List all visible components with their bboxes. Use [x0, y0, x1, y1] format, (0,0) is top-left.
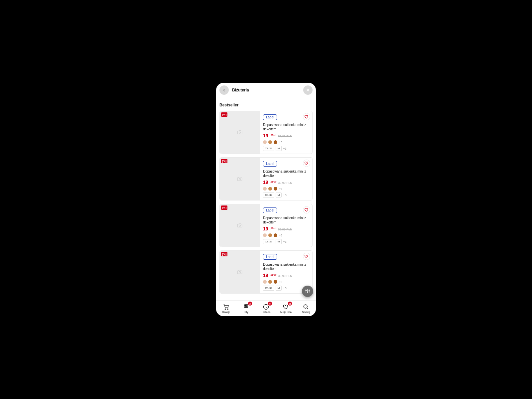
product-image[interactable]: [%]	[220, 251, 260, 293]
product-image[interactable]: [%]	[220, 204, 260, 247]
color-swatch[interactable]	[268, 140, 272, 144]
cart-icon	[223, 304, 229, 310]
nav-szukaj[interactable]: Szukaj	[296, 301, 316, 316]
favorite-button[interactable]	[303, 206, 310, 213]
nav-historia[interactable]: Historia 5	[256, 301, 276, 316]
page-title: Biżuteria	[232, 88, 303, 92]
color-swatch[interactable]	[263, 280, 267, 284]
nav-okazje[interactable]: Okazje	[216, 301, 236, 316]
swatch-more: +3	[279, 187, 282, 191]
size-more: +3	[283, 147, 286, 150]
close-button[interactable]	[303, 85, 313, 95]
price-old: 39,99 PLN	[278, 274, 292, 278]
product-card[interactable]: [%] LabelDopasowana sukienka mini z deko…	[219, 204, 313, 247]
price-row: 19,99 zł 39,99 PLN	[263, 180, 310, 185]
svg-point-12	[225, 309, 226, 310]
svg-point-5	[239, 271, 241, 273]
price-row: 19,99 zł 39,99 PLN	[263, 226, 310, 231]
color-swatch[interactable]	[268, 280, 272, 284]
svg-point-16	[246, 306, 247, 307]
sale-badge: [%]	[221, 112, 227, 117]
svg-point-7	[306, 290, 307, 291]
size-row: XS/32M+3	[263, 193, 310, 198]
size-chip[interactable]: M	[276, 146, 282, 151]
content-area: Bestseller [%] LabelDopasowana sukienka …	[216, 97, 316, 300]
size-chip[interactable]: XS/32	[263, 286, 274, 291]
nav-hity[interactable]: Hity 2	[236, 301, 256, 316]
svg-point-9	[307, 292, 308, 293]
color-swatch[interactable]	[263, 140, 267, 144]
app-screen: Biżuteria Bestseller [%] LabelDopasowana…	[216, 83, 316, 316]
sale-badge: [%]	[221, 159, 227, 163]
nav-badge: 15	[288, 302, 292, 306]
size-chip[interactable]: M	[276, 286, 282, 291]
product-title: Dopasowana sukienka mini z dekoltem	[263, 169, 310, 178]
section-title: Bestseller	[219, 103, 313, 107]
product-title: Dopasowana sukienka mini z dekoltem	[263, 216, 310, 224]
product-info: LabelDopasowana sukienka mini z dekoltem…	[260, 158, 312, 200]
price-old: 39,99 PLN	[278, 228, 292, 231]
price-main: 19	[263, 273, 268, 278]
nav-label: Hity	[244, 311, 248, 314]
price-old: 39,99 PLN	[278, 135, 292, 138]
size-chip[interactable]: M	[276, 193, 282, 198]
label-chip: Label	[263, 207, 277, 213]
size-chip[interactable]: XS/32	[263, 146, 274, 151]
product-image[interactable]: [%]	[220, 158, 260, 200]
product-card[interactable]: [%] LabelDopasowana sukienka mini z deko…	[219, 250, 313, 294]
color-swatch[interactable]	[263, 187, 267, 191]
color-swatch[interactable]	[268, 233, 272, 237]
price-row: 19,99 zł 39,99 PLN	[263, 273, 310, 278]
price-main: 19	[263, 133, 268, 138]
size-chip[interactable]: XS/32	[263, 193, 274, 198]
size-chip[interactable]: XS/32	[263, 239, 274, 244]
svg-point-13	[227, 309, 228, 310]
nav-label: Okazje	[222, 311, 230, 314]
svg-point-18	[304, 305, 307, 308]
price-old: 39,99 PLN	[278, 181, 292, 185]
color-swatch[interactable]	[274, 187, 277, 191]
price-sub: ,99 zł	[270, 180, 277, 183]
heart-icon	[304, 161, 309, 166]
camera-icon	[237, 176, 243, 182]
size-row: XS/32M+3	[263, 146, 310, 151]
size-more: +3	[283, 287, 286, 290]
color-swatch[interactable]	[274, 233, 277, 237]
product-list: [%] LabelDopasowana sukienka mini z deko…	[219, 111, 313, 294]
size-more: +3	[283, 194, 286, 197]
color-swatch[interactable]	[263, 233, 267, 237]
favorite-button[interactable]	[303, 113, 310, 120]
filter-fab[interactable]	[302, 286, 313, 297]
product-info: LabelDopasowana sukienka mini z dekoltem…	[260, 204, 312, 247]
product-card[interactable]: [%] LabelDopasowana sukienka mini z deko…	[219, 157, 313, 200]
price-row: 19,99 zł 39,99 PLN	[263, 133, 310, 138]
sale-badge: [%]	[221, 252, 227, 256]
camera-icon	[237, 222, 243, 228]
favorite-button[interactable]	[303, 253, 310, 260]
nav-mojalista[interactable]: Moja lista 15	[276, 301, 296, 316]
price-main: 19	[263, 180, 268, 185]
product-card[interactable]: [%] LabelDopasowana sukienka mini z deko…	[219, 111, 313, 154]
search-icon	[303, 304, 309, 310]
size-chip[interactable]: M	[276, 239, 282, 244]
svg-point-2	[239, 132, 241, 133]
product-image[interactable]: [%]	[220, 111, 260, 154]
swatch-row: +3	[263, 140, 310, 144]
svg-point-15	[245, 305, 246, 306]
svg-point-11	[309, 290, 310, 291]
color-swatch[interactable]	[268, 187, 272, 191]
product-info: LabelDopasowana sukienka mini z dekoltem…	[260, 111, 312, 154]
heart-icon	[304, 254, 309, 259]
color-swatch[interactable]	[274, 140, 277, 144]
price-sub: ,99 zł	[270, 227, 277, 230]
size-row: XS/32M+3	[263, 239, 310, 244]
product-title: Dopasowana sukienka mini z dekoltem	[263, 262, 310, 271]
favorite-button[interactable]	[303, 160, 310, 167]
chevron-left-icon	[222, 88, 226, 92]
color-swatch[interactable]	[274, 280, 277, 284]
label-chip: Label	[263, 254, 277, 260]
svg-point-4	[239, 225, 241, 226]
size-more: +3	[283, 240, 286, 243]
back-button[interactable]	[219, 85, 229, 95]
heart-icon	[304, 114, 309, 119]
